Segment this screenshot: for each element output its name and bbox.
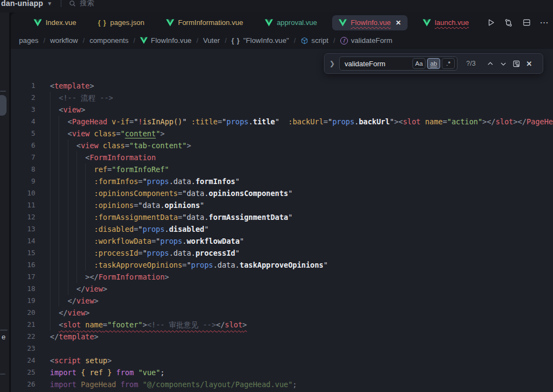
- code-line-content: <template>: [50, 80, 94, 92]
- code-line[interactable]: 11:opinions="data.opinions": [11, 199, 553, 211]
- tab-forminformation-vue[interactable]: FormInformation.vue: [155, 15, 254, 30]
- line-number: 18: [11, 283, 35, 295]
- code-line[interactable]: 25import { ref } from "vue";: [11, 366, 553, 378]
- line-number: 22: [11, 331, 35, 343]
- vue-icon: [166, 19, 174, 27]
- previous-match-icon[interactable]: [484, 57, 497, 70]
- code-line-content: </view>: [50, 295, 98, 307]
- code-line[interactable]: 19</view>: [11, 295, 553, 307]
- code-line[interactable]: 4<PageHead v-if="!isInApp()" :title="pro…: [11, 116, 553, 128]
- breadcrumb-item[interactable]: pages: [18, 36, 40, 45]
- line-number: 5: [11, 128, 35, 140]
- find-query[interactable]: validateForm: [345, 60, 411, 68]
- breadcrumb-label: "FlowInfo.vue": [243, 36, 289, 45]
- run-icon[interactable]: [484, 16, 497, 29]
- whole-word-toggle[interactable]: ab: [427, 58, 440, 69]
- line-number: 25: [11, 366, 35, 378]
- tab-label: launch.vue: [435, 18, 469, 27]
- breadcrumb-item[interactable]: Vuter: [202, 36, 221, 45]
- code-line[interactable]: 10:opinionsComponents="data.opinionsComp…: [11, 187, 553, 199]
- code-line[interactable]: 14:workflowData="props.workflowData": [11, 235, 553, 247]
- regex-toggle[interactable]: .*: [442, 58, 455, 69]
- code-line-content: :disabled="props.disabled": [50, 223, 209, 235]
- breadcrumb-item[interactable]: script: [300, 36, 330, 45]
- tab-pages-json[interactable]: { }pages.json: [87, 15, 155, 30]
- occluded-fragment: [0, 330, 8, 331]
- find-input[interactable]: validateForm Aa ab .*: [339, 56, 457, 71]
- find-in-selection-icon[interactable]: [510, 57, 523, 70]
- breadcrumb-item[interactable]: { }"FlowInfo.vue": [231, 36, 290, 45]
- line-number: 24: [11, 355, 35, 366]
- toggle-replace-chevron-icon[interactable]: ❯: [329, 60, 335, 67]
- find-widget: ❯ validateForm Aa ab .* ?/3 ✕: [324, 53, 543, 74]
- code-line[interactable]: 8ref="formInfoRef": [11, 163, 553, 175]
- occluded-fragment: [0, 374, 5, 375]
- code-line[interactable]: 12:formAssignmentData="data.formAssignme…: [11, 211, 553, 223]
- line-number: 11: [11, 199, 35, 211]
- code-line[interactable]: 22</template>: [11, 331, 553, 343]
- breadcrumb-separator: /: [329, 37, 339, 45]
- code-line[interactable]: 23: [11, 343, 553, 355]
- code-line-content: :formAssignmentData="data.formAssignment…: [50, 211, 293, 223]
- find-results-count: ?/3: [466, 60, 484, 67]
- code-line-content: :workflowData="props.workflowData": [50, 235, 244, 247]
- compare-changes-icon[interactable]: [502, 16, 515, 29]
- line-number: 13: [11, 223, 35, 235]
- code-line[interactable]: 15:processId="props.data.processId": [11, 247, 553, 259]
- code-line[interactable]: 3<view>: [11, 104, 553, 116]
- code-line[interactable]: 24<script setup>: [11, 355, 553, 366]
- match-case-toggle[interactable]: Aa: [412, 58, 425, 69]
- code-line[interactable]: 9:formInfos="props.data.formInfos": [11, 175, 553, 187]
- breadcrumb-item[interactable]: FlowInfo.vue: [139, 36, 193, 45]
- code-line[interactable]: 6<view class="tab-content">: [11, 140, 553, 151]
- line-number: 12: [11, 211, 35, 223]
- code-line-content: ></FormInformation>: [50, 271, 169, 283]
- vue-icon: [140, 37, 148, 44]
- code-line-content: :opinionsComponents="data.opinionsCompon…: [50, 187, 293, 199]
- code-line[interactable]: 18</view>: [11, 283, 553, 295]
- line-number: 17: [11, 271, 35, 283]
- more-actions-icon[interactable]: ⋯: [538, 16, 551, 29]
- code-line[interactable]: 2<!-- 流程 -->: [11, 92, 553, 104]
- breadcrumb-separator: /: [40, 37, 49, 45]
- code-line-content: <FormInformation: [50, 151, 156, 163]
- tab-approval-vue[interactable]: approval.vue: [254, 15, 328, 30]
- code-editor[interactable]: 1<template>2<!-- 流程 -->3<view>4<PageHead…: [11, 49, 553, 392]
- split-editor-icon[interactable]: [520, 16, 533, 29]
- code-line[interactable]: 21<slot name="footer"><!-- 审批意见 --></slo…: [11, 319, 553, 331]
- breadcrumb-label: pages: [19, 36, 39, 45]
- line-number: 19: [11, 295, 35, 307]
- code-line-content: :processId="props.data.processId": [50, 247, 240, 259]
- breadcrumb-item[interactable]: workflow: [49, 36, 79, 45]
- method-icon: f: [340, 37, 348, 45]
- tab-index-vue[interactable]: Index.vue: [23, 15, 87, 30]
- breadcrumb-separator: /: [130, 37, 139, 45]
- code-line[interactable]: 26import PageHead from "@/components/lay…: [11, 378, 553, 390]
- global-search-placeholder: 搜索: [80, 0, 94, 8]
- code-line[interactable]: 17></FormInformation>: [11, 271, 553, 283]
- breadcrumb: pages/workflow/components/FlowInfo.vue/V…: [11, 33, 553, 48]
- breadcrumb-item[interactable]: fvalidateForm: [339, 36, 393, 45]
- vue-icon: [339, 19, 347, 27]
- next-match-icon[interactable]: [497, 57, 510, 70]
- close-icon[interactable]: ✕: [523, 57, 536, 70]
- close-icon[interactable]: ✕: [396, 19, 401, 27]
- code-line-content: <!-- 流程 -->: [50, 92, 113, 104]
- code-line[interactable]: 5<view class="content">: [11, 128, 553, 140]
- tab-launch-vue[interactable]: launch.vue: [412, 15, 480, 30]
- global-search[interactable]: 搜索: [69, 0, 94, 8]
- line-number: 7: [11, 151, 35, 163]
- breadcrumb-label: workflow: [50, 36, 78, 45]
- breadcrumb-item[interactable]: components: [88, 36, 130, 45]
- code-line-content: </view>: [50, 307, 90, 319]
- code-line[interactable]: 20</view>: [11, 307, 553, 319]
- code-line[interactable]: 1<template>: [11, 80, 553, 92]
- code-line[interactable]: 7<FormInformation: [11, 151, 553, 163]
- code-line[interactable]: 13:disabled="props.disabled": [11, 223, 553, 235]
- code-line[interactable]: 16:taskApproveOpinions="props.data.taskA…: [11, 259, 553, 271]
- line-number: 16: [11, 259, 35, 271]
- tab-flowinfo-vue[interactable]: FlowInfo.vue✕: [332, 15, 408, 30]
- project-selector[interactable]: dan-uniapp: [1, 0, 43, 8]
- vue-icon: [265, 19, 273, 27]
- vue-icon: [423, 19, 431, 27]
